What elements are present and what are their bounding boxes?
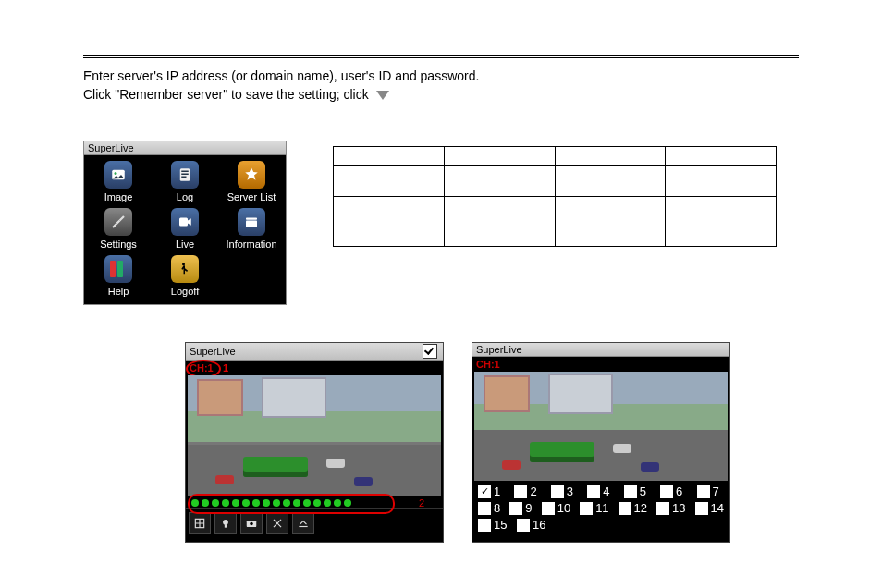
- live-left-video[interactable]: [188, 375, 441, 496]
- ch-label: 7: [713, 484, 719, 498]
- channel-checkbox-13[interactable]: 13: [656, 501, 685, 515]
- checkbox-icon: [619, 502, 631, 515]
- tool-layout-button[interactable]: [189, 512, 211, 534]
- tool-collapse-button[interactable]: [292, 512, 314, 534]
- ch-label: 13: [672, 501, 685, 515]
- info-table: [333, 146, 777, 247]
- channel-checkbox-7[interactable]: 7: [697, 484, 724, 498]
- checkbox-icon: [697, 485, 710, 498]
- live-left-channel-text: CH:1: [190, 362, 214, 374]
- menu-item-live[interactable]: Live: [154, 208, 215, 250]
- help-icon: [104, 255, 132, 283]
- checkbox-icon: [624, 485, 637, 498]
- svg-point-8: [223, 520, 228, 525]
- svg-rect-5: [246, 218, 257, 220]
- menu-item-information[interactable]: Information: [221, 208, 282, 250]
- instruction-line-2: Click "Remember server" to save the sett…: [83, 87, 369, 102]
- ch-label: 14: [711, 501, 724, 515]
- svg-point-6: [182, 263, 185, 265]
- channel-checkbox-12[interactable]: 12: [619, 501, 647, 515]
- tool-settings-button[interactable]: [266, 512, 288, 534]
- ch-label: 11: [595, 501, 608, 515]
- checkbox-icon: [695, 502, 708, 515]
- channel-checkbox-8[interactable]: 8: [478, 501, 500, 515]
- channel-checkbox-6[interactable]: 6: [660, 484, 687, 498]
- menu-app-window: SuperLive Image Log: [83, 141, 287, 305]
- tool-snapshot-button[interactable]: [240, 512, 263, 534]
- checkbox-icon: [656, 502, 669, 515]
- menu-item-help[interactable]: Help: [88, 255, 149, 297]
- channel-select-grid: 1 2 3 4 5 6 7 8 9 10 11 12 13 14: [472, 481, 729, 542]
- svg-rect-9: [225, 524, 227, 528]
- menu-label: Image: [104, 191, 133, 202]
- ch-label: 4: [603, 484, 609, 498]
- menu-label: Log: [177, 191, 193, 202]
- live-left-title: SuperLive: [190, 346, 236, 357]
- dropdown-triangle-icon: [376, 91, 389, 100]
- checkbox-icon: [517, 519, 530, 532]
- svg-point-1: [115, 172, 117, 175]
- image-icon: [104, 161, 132, 189]
- ch-label: 10: [557, 501, 570, 515]
- channel-dots-bar[interactable]: 2: [186, 496, 443, 508]
- ch-label: 8: [494, 501, 500, 515]
- channel-checkbox-4[interactable]: 4: [587, 484, 614, 498]
- checkbox-checked-icon: [478, 485, 491, 498]
- svg-point-11: [250, 522, 253, 526]
- menu-item-log[interactable]: Log: [154, 161, 215, 202]
- channel-checkbox-5[interactable]: 5: [624, 484, 651, 498]
- menu-item-settings[interactable]: Settings: [88, 208, 149, 250]
- logoff-icon: [171, 255, 199, 283]
- checkbox-icon: [660, 485, 673, 498]
- svg-rect-3: [179, 218, 188, 227]
- checkbox-icon: [478, 519, 491, 532]
- checkbox-icon: [542, 502, 555, 515]
- checkbox-icon: [514, 485, 527, 498]
- ch-label: 9: [525, 501, 532, 515]
- checkbox-icon: [478, 502, 491, 515]
- ch-label: 15: [494, 518, 507, 532]
- serverlist-icon: [238, 161, 265, 189]
- log-icon: [171, 161, 199, 189]
- ch-label: 6: [676, 484, 682, 498]
- channel-checkbox-1[interactable]: 1: [478, 484, 505, 498]
- channel-checkbox-10[interactable]: 10: [542, 501, 570, 515]
- live-left-titlebar: SuperLive: [186, 343, 443, 361]
- page-divider: [83, 55, 799, 58]
- checkbox-icon: [509, 502, 522, 515]
- menu-label: Live: [176, 239, 194, 250]
- live-right-channel-label: CH:1: [472, 357, 729, 372]
- live-right-video[interactable]: [474, 372, 728, 481]
- checkbox-icon: [587, 485, 600, 498]
- svg-rect-4: [246, 221, 257, 228]
- instruction-line-1: Enter server's IP address (or domain nam…: [83, 68, 479, 83]
- channel-checkbox-9[interactable]: 9: [509, 501, 532, 515]
- live-right-title: SuperLive: [476, 344, 522, 355]
- channel-checkbox-14[interactable]: 14: [695, 501, 724, 515]
- annotation-marker-2: 2: [419, 497, 424, 508]
- channel-checkbox-3[interactable]: 3: [551, 484, 578, 498]
- menu-item-image[interactable]: Image: [88, 161, 149, 202]
- channel-checkbox-15[interactable]: 15: [478, 518, 508, 532]
- channel-checkbox-11[interactable]: 11: [580, 501, 608, 515]
- instruction-text: Enter server's IP address (or domain nam…: [83, 67, 799, 104]
- ch-label: 16: [533, 518, 545, 532]
- live-window-right: SuperLive CH:1 1 2 3 4 5 6 7: [472, 342, 730, 543]
- settings-icon: [104, 208, 132, 236]
- checkbox-icon: [551, 485, 564, 498]
- menu-item-logoff[interactable]: Logoff: [154, 255, 215, 297]
- titlebar-checkbox-icon[interactable]: [423, 344, 437, 359]
- menu-item-serverlist[interactable]: Server List: [221, 161, 282, 202]
- live-window-left: SuperLive CH:1 1 2: [185, 342, 444, 543]
- annotation-marker-1: 1: [223, 362, 228, 374]
- information-icon: [238, 208, 265, 236]
- ch-label: 3: [567, 484, 573, 498]
- menu-titlebar: SuperLive: [84, 141, 286, 155]
- ch-label: 2: [530, 484, 536, 498]
- tool-ptz-button[interactable]: [214, 512, 237, 534]
- menu-label: Information: [226, 239, 276, 250]
- channel-checkbox-16[interactable]: 16: [517, 518, 546, 532]
- channel-checkbox-2[interactable]: 2: [514, 484, 541, 498]
- checkbox-icon: [580, 502, 593, 515]
- ch-label: 1: [494, 484, 500, 498]
